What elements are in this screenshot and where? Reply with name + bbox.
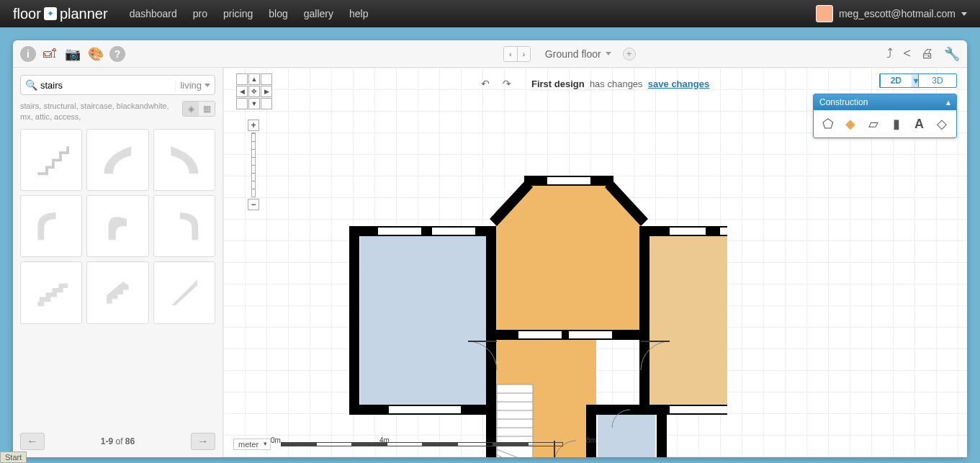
list-item[interactable] (20, 261, 82, 323)
pan-down-button[interactable]: ▼ (248, 98, 260, 109)
results-grid (20, 129, 215, 324)
svg-rect-16 (486, 330, 648, 340)
pager-prev-button[interactable]: ← (20, 433, 45, 450)
svg-rect-8 (486, 226, 496, 338)
ruler (281, 442, 563, 446)
nav-help[interactable]: help (349, 8, 368, 19)
category-label: living (180, 80, 202, 91)
chevron-down-icon (606, 52, 611, 55)
tool-floor-icon[interactable]: ◆ (841, 114, 860, 133)
logo-icon: ✦ (44, 7, 57, 20)
floor-selector[interactable]: Ground floor (545, 48, 611, 60)
unit-select[interactable]: meter (233, 439, 271, 450)
palette-icon[interactable]: 🎨 (86, 45, 105, 63)
svg-marker-1 (495, 183, 641, 334)
start-badge[interactable]: Start (0, 451, 27, 463)
list-item[interactable] (86, 129, 148, 191)
zoom-out-button[interactable]: − (248, 199, 259, 210)
tags-text: stairs, structural, staircase, blackandw… (20, 102, 169, 121)
logo-text-1: floor (13, 6, 41, 22)
export-icon[interactable]: ⤴ (886, 46, 893, 62)
settings-icon[interactable]: 🔧 (944, 46, 960, 62)
tool-text-icon[interactable]: A (909, 114, 928, 133)
next-button[interactable]: › (517, 47, 530, 61)
tag-list: stairs, structural, staircase, blackandw… (20, 101, 215, 123)
view-3d-button[interactable]: 3D (918, 73, 957, 88)
list-item[interactable] (153, 261, 215, 323)
svg-rect-30 (518, 331, 562, 338)
undo-icon[interactable]: ↶ (481, 78, 490, 89)
logo-text-2: planner (60, 6, 108, 22)
user-menu[interactable]: meg_escott@hotmail.com (816, 5, 967, 22)
view-3d-icon[interactable]: ◈ (183, 102, 199, 116)
floor-name: Ground floor (545, 48, 601, 60)
add-floor-button[interactable]: + (623, 48, 636, 60)
tool-wall-icon[interactable]: ▱ (864, 114, 883, 133)
floor-plan[interactable] (281, 125, 727, 457)
workspace: i 🛋 📷 🎨 ? ‹ › Ground floor + ⤴ < 🖨 🔧 🔍 (13, 40, 967, 457)
toolbar: i 🛋 📷 🎨 ? ‹ › Ground floor + ⤴ < 🖨 🔧 (13, 40, 967, 68)
category-select[interactable]: living (175, 80, 210, 91)
list-item[interactable] (20, 195, 82, 257)
search-row: 🔍 living (20, 75, 215, 95)
tool-layer-icon[interactable]: ◇ (932, 114, 951, 133)
list-item[interactable] (86, 261, 148, 323)
info-icon[interactable]: i (20, 46, 36, 62)
zoom-slider[interactable] (251, 132, 256, 197)
prev-button[interactable]: ‹ (504, 47, 517, 61)
save-link[interactable]: save changes (648, 78, 709, 89)
svg-rect-26 (670, 228, 706, 235)
svg-rect-25 (547, 177, 590, 184)
body: 🔍 living stairs, structural, staircase, … (13, 68, 967, 457)
svg-rect-21 (657, 405, 667, 457)
svg-rect-24 (432, 228, 475, 235)
nav-dashboard[interactable]: dashboard (130, 8, 177, 19)
view-2d-button[interactable]: 2D ▾ (879, 73, 918, 88)
print-icon[interactable]: 🖨 (921, 46, 934, 62)
tool-room-icon[interactable]: ⬠ (819, 114, 837, 133)
nav-gallery[interactable]: gallery (304, 8, 333, 19)
canvas[interactable]: ↶ ↷ First design has changes save change… (223, 68, 967, 457)
status-bar: ↶ ↷ First design has changes save change… (223, 78, 967, 89)
chevron-down-icon (204, 84, 210, 87)
list-item[interactable] (86, 195, 148, 257)
pan-left-button[interactable]: ◀ (236, 86, 248, 97)
camera-icon[interactable]: 📷 (63, 45, 82, 63)
pan-center-button[interactable]: ✥ (248, 86, 260, 97)
pan-right-button[interactable]: ▶ (261, 86, 272, 97)
redo-icon[interactable]: ↷ (503, 78, 511, 89)
nav-pro[interactable]: pro (193, 8, 207, 19)
zoom-in-button[interactable]: + (248, 120, 259, 131)
right-tools: ⤴ < 🖨 🔧 (886, 46, 960, 62)
view-list-icon[interactable]: ▦ (199, 102, 215, 116)
list-item[interactable] (20, 129, 82, 191)
furniture-icon[interactable]: 🛋 (40, 45, 59, 63)
nav-pricing[interactable]: pricing (223, 8, 253, 19)
svg-rect-12 (639, 226, 649, 413)
nav-blog[interactable]: blog (269, 8, 287, 19)
svg-rect-6 (349, 226, 359, 413)
construction-panel: Construction ▴ ⬠ ◆ ▱ ▮ A ◇ (813, 94, 957, 138)
design-title: First design (531, 78, 585, 89)
svg-rect-0 (360, 233, 486, 406)
logo[interactable]: floor ✦ planner (13, 6, 108, 22)
pager-next-button[interactable]: → (191, 433, 215, 450)
search-input[interactable] (37, 80, 175, 91)
scale-bar: meter (233, 439, 563, 450)
share-icon[interactable]: < (903, 46, 911, 62)
pan-up-button[interactable]: ▲ (248, 73, 260, 85)
svg-rect-22 (586, 405, 648, 415)
zoom-control: + − (248, 120, 259, 210)
construction-title: Construction (819, 97, 868, 107)
help-icon[interactable]: ? (109, 46, 125, 62)
construction-header[interactable]: Construction ▴ (814, 94, 956, 110)
pan-control: ▲ ◀✥▶ ▼ (236, 73, 272, 109)
top-nav: floor ✦ planner dashboard pro pricing bl… (0, 0, 980, 27)
svg-rect-27 (720, 228, 727, 235)
tool-door-icon[interactable]: ▮ (887, 114, 906, 133)
svg-rect-28 (389, 406, 461, 413)
svg-rect-3 (648, 233, 727, 406)
svg-rect-31 (569, 331, 612, 338)
list-item[interactable] (153, 129, 215, 191)
list-item[interactable] (153, 195, 215, 257)
